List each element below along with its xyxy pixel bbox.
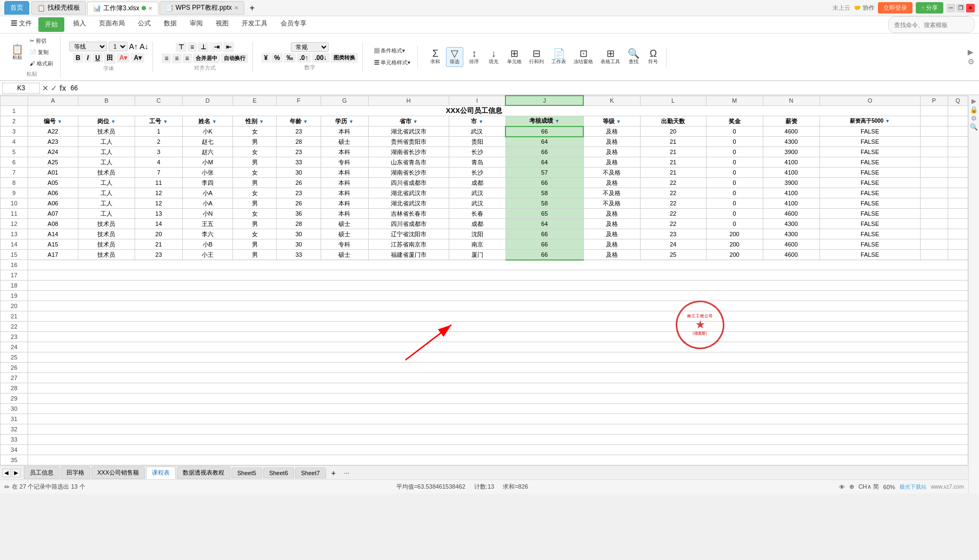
font-color-btn[interactable]: A▾: [131, 53, 144, 63]
sidebar-icon-1[interactable]: ▶: [968, 48, 975, 56]
hdr-姓名[interactable]: 姓名 ▼: [182, 116, 232, 126]
menu-file[interactable]: ☰ 文件: [4, 16, 38, 33]
sheet-tab-数据透视[interactable]: 数据透视表教程: [177, 466, 230, 479]
sheet-tab-xxx销售额[interactable]: XXX公司销售额: [91, 466, 145, 479]
hdr-奖金[interactable]: 奖金: [706, 116, 763, 126]
status-plus-icon[interactable]: ⊕: [849, 483, 854, 490]
col-header-H[interactable]: H: [368, 96, 449, 105]
pptx-tab-close[interactable]: ✕: [234, 5, 238, 11]
symbol-btn[interactable]: Ω符号: [644, 47, 662, 67]
minimize-btn[interactable]: ─: [947, 4, 955, 12]
xlsx-tab-close[interactable]: ✕: [148, 5, 152, 11]
inc-decimal-btn[interactable]: .0↑: [297, 53, 311, 63]
formula-input[interactable]: [68, 83, 977, 93]
confirm-formula-icon[interactable]: ✓: [51, 84, 57, 92]
collab-text[interactable]: 🤝 协作: [854, 4, 875, 12]
format-painter-btn[interactable]: 🖌 格式刷: [27, 58, 56, 69]
hdr-性别[interactable]: 性别 ▼: [233, 116, 277, 126]
hdr-年龄[interactable]: 年龄 ▼: [277, 116, 321, 126]
menu-page-layout[interactable]: 页面布局: [92, 16, 131, 33]
border-btn[interactable]: 田: [104, 52, 116, 64]
table-tools-btn[interactable]: ⊞表格工具: [598, 47, 623, 67]
col-header-E[interactable]: E: [233, 96, 277, 105]
find-btn[interactable]: 🔍查找: [625, 47, 642, 67]
sheet-tab-田字格[interactable]: 田字格: [61, 466, 90, 479]
hdr-薪资[interactable]: 薪资: [763, 116, 820, 126]
bold-btn[interactable]: B: [73, 53, 83, 63]
table-format-btn[interactable]: ☰ 单元格样式▾: [371, 57, 414, 68]
login-btn[interactable]: 立即登录: [878, 2, 913, 14]
sidebar-expand-icon[interactable]: ▶: [971, 97, 976, 105]
cell-btn[interactable]: ⊞单元格: [504, 47, 524, 67]
thousand-btn[interactable]: ‰: [284, 53, 296, 63]
hdr-学历[interactable]: 学历 ▼: [321, 116, 368, 126]
col-header-J[interactable]: J: [505, 96, 583, 105]
col-header-M[interactable]: M: [706, 96, 763, 105]
rowcol-btn[interactable]: ⊟行和列: [527, 47, 547, 67]
restore-btn[interactable]: ❐: [956, 4, 965, 12]
sheet-btn[interactable]: 📄工作表: [549, 47, 569, 67]
wrap-btn[interactable]: 自动换行: [221, 54, 248, 63]
align-right-btn[interactable]: ≡: [183, 54, 192, 63]
sort-btn[interactable]: ↕排序: [465, 47, 483, 67]
add-tab-btn[interactable]: +: [245, 2, 259, 15]
sidebar-settings-icon[interactable]: ⚙: [971, 115, 977, 122]
hdr-出勤天数[interactable]: 出勤天数: [640, 116, 706, 126]
selected-cell-k3[interactable]: 66: [505, 126, 583, 137]
menu-view[interactable]: 视图: [209, 16, 235, 33]
merge-btn[interactable]: 合并居中: [193, 54, 220, 63]
col-header-G[interactable]: G: [321, 96, 368, 105]
sheet-tab-课程表[interactable]: 课程表: [146, 466, 176, 479]
hdr-薪资高于5000[interactable]: 薪资高于5000 ▼: [820, 116, 920, 126]
sum-btn[interactable]: Σ求和: [427, 47, 444, 67]
ribbon-search[interactable]: [888, 16, 975, 33]
indent-btn[interactable]: ⇥: [211, 42, 222, 52]
percent-btn[interactable]: %: [271, 53, 283, 63]
menu-dev[interactable]: 开发工具: [235, 16, 274, 33]
align-bot-btn[interactable]: ⊥: [198, 42, 209, 52]
sheet-tab-sheet7[interactable]: Sheet7: [295, 468, 326, 478]
col-header-L[interactable]: L: [640, 96, 706, 105]
outdent-btn[interactable]: ⇤: [223, 42, 234, 52]
col-header-B[interactable]: B: [78, 96, 135, 105]
pptx-tab[interactable]: 📑 WPS PPT教程.pptx ✕: [159, 1, 244, 15]
col-header-F[interactable]: F: [277, 96, 321, 105]
font-increase-btn[interactable]: A↑: [129, 42, 138, 51]
col-header-O[interactable]: O: [820, 96, 920, 105]
sheet-tab-sheet6[interactable]: Sheet6: [263, 468, 294, 478]
chart-convert-btn[interactable]: 图类转换: [331, 53, 358, 63]
hdr-岗位[interactable]: 岗位 ▼: [78, 116, 135, 126]
col-header-K[interactable]: K: [583, 96, 640, 105]
sidebar-lock-icon[interactable]: 🔒: [970, 106, 978, 114]
fill-color-btn[interactable]: A▾: [117, 53, 130, 63]
align-top-btn[interactable]: ⊤: [176, 42, 187, 52]
add-sheet-btn[interactable]: +: [327, 467, 340, 479]
filter-btn[interactable]: ▽筛选: [446, 47, 463, 67]
sheet-tab-sheet5[interactable]: Sheet5: [231, 468, 262, 478]
font-size-select[interactable]: 18: [109, 42, 128, 51]
sheet-prev-btn[interactable]: ◀: [2, 469, 11, 477]
sidebar-icon-2[interactable]: ⚙: [968, 57, 975, 66]
italic-btn[interactable]: I: [84, 53, 91, 63]
sheet-next-btn[interactable]: ▶: [12, 469, 21, 477]
hdr-编号[interactable]: 编号 ▼: [28, 116, 78, 126]
hdr-市[interactable]: 市 ▼: [449, 116, 505, 126]
home-tab[interactable]: 首页: [4, 1, 29, 15]
menu-data[interactable]: 数据: [157, 16, 183, 33]
spreadsheet[interactable]: A B C D E F G H I J K L M N O: [0, 95, 968, 465]
menu-vip[interactable]: 会员专享: [274, 16, 313, 33]
fill-btn[interactable]: ↓填充: [485, 47, 502, 67]
font-name-select[interactable]: 等线: [69, 42, 107, 51]
conditional-format-btn[interactable]: ▦ 条件格式▾: [371, 45, 414, 56]
paste-btn[interactable]: 📋 粘贴: [9, 43, 26, 63]
hdr-等级[interactable]: 等级 ▼: [583, 116, 640, 126]
dec-decimal-btn[interactable]: .00↓: [312, 53, 330, 63]
cancel-formula-icon[interactable]: ✕: [42, 84, 49, 92]
xlsx-tab[interactable]: 📊 工作簿3.xlsx ✕: [87, 2, 158, 15]
align-center-btn[interactable]: ≡: [172, 54, 181, 63]
copy-btn[interactable]: 📄 复制: [27, 47, 56, 58]
hdr-工号[interactable]: 工号 ▼: [135, 116, 182, 126]
col-header-Q[interactable]: Q: [948, 96, 968, 105]
align-left-btn[interactable]: ≡: [162, 54, 171, 63]
insert-function-icon[interactable]: fx: [59, 84, 66, 92]
